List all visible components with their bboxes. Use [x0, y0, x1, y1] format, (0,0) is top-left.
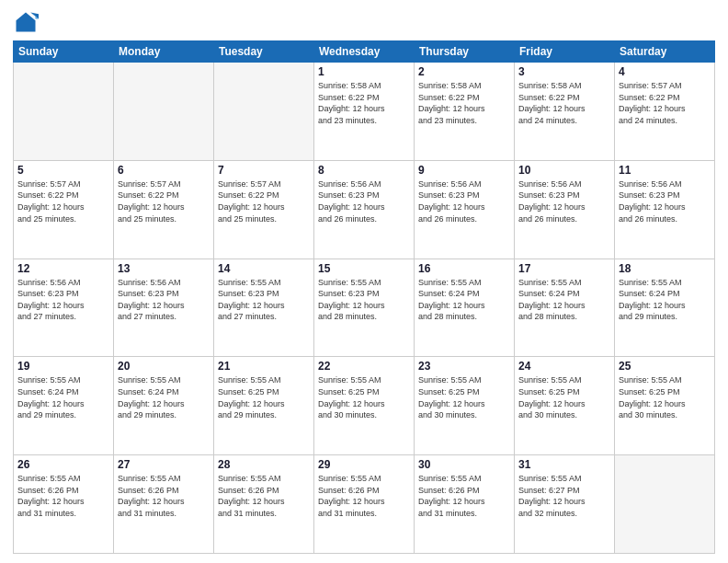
day-info: Sunrise: 5:57 AM Sunset: 6:22 PM Dayligh… [118, 178, 210, 224]
day-number: 26 [17, 458, 109, 471]
day-info: Sunrise: 5:55 AM Sunset: 6:26 PM Dayligh… [318, 473, 410, 519]
day-cell: 27Sunrise: 5:55 AM Sunset: 6:26 PM Dayli… [114, 455, 214, 554]
day-number: 12 [17, 262, 109, 275]
day-cell [14, 63, 114, 161]
logo-icon [13, 9, 39, 35]
day-number: 31 [518, 458, 610, 471]
day-number: 13 [118, 262, 210, 275]
day-cell: 19Sunrise: 5:55 AM Sunset: 6:24 PM Dayli… [14, 357, 114, 455]
day-cell: 13Sunrise: 5:56 AM Sunset: 6:23 PM Dayli… [114, 259, 214, 357]
day-number: 10 [518, 164, 610, 177]
day-cell: 6Sunrise: 5:57 AM Sunset: 6:22 PM Daylig… [114, 160, 214, 259]
day-cell: 31Sunrise: 5:55 AM Sunset: 6:27 PM Dayli… [515, 455, 615, 554]
day-info: Sunrise: 5:56 AM Sunset: 6:23 PM Dayligh… [418, 178, 510, 224]
day-cell: 22Sunrise: 5:55 AM Sunset: 6:25 PM Dayli… [314, 357, 415, 455]
day-number: 15 [318, 262, 410, 275]
day-cell: 26Sunrise: 5:55 AM Sunset: 6:26 PM Dayli… [14, 455, 114, 554]
day-info: Sunrise: 5:55 AM Sunset: 6:23 PM Dayligh… [218, 277, 310, 323]
day-info: Sunrise: 5:56 AM Sunset: 6:23 PM Dayligh… [118, 277, 210, 323]
week-row-5: 26Sunrise: 5:55 AM Sunset: 6:26 PM Dayli… [14, 455, 715, 554]
day-cell: 5Sunrise: 5:57 AM Sunset: 6:22 PM Daylig… [14, 160, 114, 259]
day-info: Sunrise: 5:55 AM Sunset: 6:26 PM Dayligh… [218, 473, 310, 519]
week-row-1: 1Sunrise: 5:58 AM Sunset: 6:22 PM Daylig… [14, 63, 715, 161]
day-number: 14 [218, 262, 310, 275]
day-number: 9 [418, 164, 510, 177]
day-number: 24 [518, 360, 610, 373]
day-cell: 14Sunrise: 5:55 AM Sunset: 6:23 PM Dayli… [214, 259, 314, 357]
day-info: Sunrise: 5:55 AM Sunset: 6:25 PM Dayligh… [619, 374, 711, 420]
day-info: Sunrise: 5:55 AM Sunset: 6:24 PM Dayligh… [418, 277, 510, 323]
day-cell: 7Sunrise: 5:57 AM Sunset: 6:22 PM Daylig… [214, 160, 314, 259]
day-cell [615, 455, 715, 554]
day-number: 27 [118, 458, 210, 471]
header [13, 9, 715, 35]
day-info: Sunrise: 5:56 AM Sunset: 6:23 PM Dayligh… [619, 178, 711, 224]
day-info: Sunrise: 5:55 AM Sunset: 6:24 PM Dayligh… [17, 374, 109, 420]
day-info: Sunrise: 5:55 AM Sunset: 6:24 PM Dayligh… [619, 277, 711, 323]
day-cell: 25Sunrise: 5:55 AM Sunset: 6:25 PM Dayli… [615, 357, 715, 455]
day-info: Sunrise: 5:58 AM Sunset: 6:22 PM Dayligh… [518, 80, 610, 126]
day-info: Sunrise: 5:56 AM Sunset: 6:23 PM Dayligh… [518, 178, 610, 224]
day-cell: 20Sunrise: 5:55 AM Sunset: 6:24 PM Dayli… [114, 357, 214, 455]
day-number: 6 [118, 164, 210, 177]
weekday-wednesday: Wednesday [314, 41, 415, 63]
day-cell: 12Sunrise: 5:56 AM Sunset: 6:23 PM Dayli… [14, 259, 114, 357]
weekday-saturday: Saturday [615, 41, 715, 63]
day-number: 21 [218, 360, 310, 373]
weekday-monday: Monday [114, 41, 214, 63]
day-number: 7 [218, 164, 310, 177]
day-number: 1 [318, 65, 410, 78]
day-cell: 2Sunrise: 5:58 AM Sunset: 6:22 PM Daylig… [415, 63, 515, 161]
weekday-sunday: Sunday [14, 41, 114, 63]
day-info: Sunrise: 5:57 AM Sunset: 6:22 PM Dayligh… [218, 178, 310, 224]
day-number: 8 [318, 164, 410, 177]
day-cell: 8Sunrise: 5:56 AM Sunset: 6:23 PM Daylig… [314, 160, 415, 259]
weekday-tuesday: Tuesday [214, 41, 314, 63]
week-row-4: 19Sunrise: 5:55 AM Sunset: 6:24 PM Dayli… [14, 357, 715, 455]
day-cell: 24Sunrise: 5:55 AM Sunset: 6:25 PM Dayli… [515, 357, 615, 455]
day-cell: 1Sunrise: 5:58 AM Sunset: 6:22 PM Daylig… [314, 63, 415, 161]
day-info: Sunrise: 5:57 AM Sunset: 6:22 PM Dayligh… [619, 80, 711, 126]
day-number: 18 [619, 262, 711, 275]
day-number: 4 [619, 65, 711, 78]
day-cell: 10Sunrise: 5:56 AM Sunset: 6:23 PM Dayli… [515, 160, 615, 259]
day-cell: 21Sunrise: 5:55 AM Sunset: 6:25 PM Dayli… [214, 357, 314, 455]
day-info: Sunrise: 5:55 AM Sunset: 6:23 PM Dayligh… [318, 277, 410, 323]
day-info: Sunrise: 5:56 AM Sunset: 6:23 PM Dayligh… [17, 277, 109, 323]
day-info: Sunrise: 5:55 AM Sunset: 6:24 PM Dayligh… [518, 277, 610, 323]
day-info: Sunrise: 5:55 AM Sunset: 6:24 PM Dayligh… [118, 374, 210, 420]
day-number: 22 [318, 360, 410, 373]
day-info: Sunrise: 5:55 AM Sunset: 6:26 PM Dayligh… [118, 473, 210, 519]
day-number: 16 [418, 262, 510, 275]
weekday-friday: Friday [515, 41, 615, 63]
day-number: 29 [318, 458, 410, 471]
day-info: Sunrise: 5:55 AM Sunset: 6:25 PM Dayligh… [318, 374, 410, 420]
day-number: 2 [418, 65, 510, 78]
weekday-thursday: Thursday [415, 41, 515, 63]
day-info: Sunrise: 5:55 AM Sunset: 6:26 PM Dayligh… [418, 473, 510, 519]
week-row-2: 5Sunrise: 5:57 AM Sunset: 6:22 PM Daylig… [14, 160, 715, 259]
day-cell [214, 63, 314, 161]
day-cell [114, 63, 214, 161]
day-cell: 29Sunrise: 5:55 AM Sunset: 6:26 PM Dayli… [314, 455, 415, 554]
day-number: 23 [418, 360, 510, 373]
weekday-header-row: SundayMondayTuesdayWednesdayThursdayFrid… [14, 41, 715, 63]
day-number: 28 [218, 458, 310, 471]
day-cell: 23Sunrise: 5:55 AM Sunset: 6:25 PM Dayli… [415, 357, 515, 455]
calendar-table: SundayMondayTuesdayWednesdayThursdayFrid… [13, 40, 715, 554]
logo [13, 9, 42, 35]
page: SundayMondayTuesdayWednesdayThursdayFrid… [0, 0, 728, 563]
week-row-3: 12Sunrise: 5:56 AM Sunset: 6:23 PM Dayli… [14, 259, 715, 357]
day-cell: 17Sunrise: 5:55 AM Sunset: 6:24 PM Dayli… [515, 259, 615, 357]
day-cell: 11Sunrise: 5:56 AM Sunset: 6:23 PM Dayli… [615, 160, 715, 259]
day-cell: 18Sunrise: 5:55 AM Sunset: 6:24 PM Dayli… [615, 259, 715, 357]
day-cell: 3Sunrise: 5:58 AM Sunset: 6:22 PM Daylig… [515, 63, 615, 161]
day-cell: 4Sunrise: 5:57 AM Sunset: 6:22 PM Daylig… [615, 63, 715, 161]
day-info: Sunrise: 5:57 AM Sunset: 6:22 PM Dayligh… [17, 178, 109, 224]
day-number: 30 [418, 458, 510, 471]
day-cell: 30Sunrise: 5:55 AM Sunset: 6:26 PM Dayli… [415, 455, 515, 554]
day-info: Sunrise: 5:58 AM Sunset: 6:22 PM Dayligh… [418, 80, 510, 126]
day-cell: 15Sunrise: 5:55 AM Sunset: 6:23 PM Dayli… [314, 259, 415, 357]
day-info: Sunrise: 5:55 AM Sunset: 6:25 PM Dayligh… [518, 374, 610, 420]
day-number: 19 [17, 360, 109, 373]
